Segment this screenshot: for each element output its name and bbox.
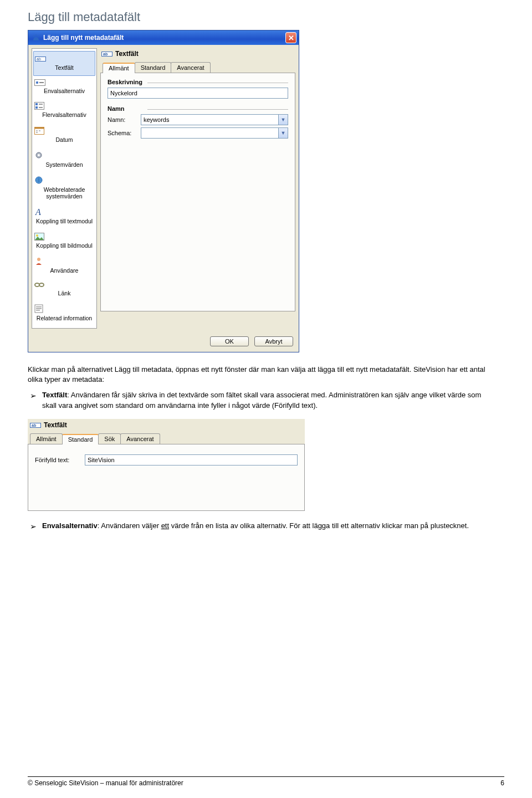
sidebar-item-relaterad-info[interactable]: Relaterad information [33, 301, 95, 326]
textfield-icon: ab [30, 421, 41, 429]
related-info-icon [34, 304, 94, 313]
sidebar-item-label: Koppling till bildmodul [36, 242, 93, 249]
sidebar-item-koppling-bild[interactable]: Koppling till bildmodul [33, 229, 95, 253]
bullet-envalsalternativ: Envalsalternativ: Användaren väljer ett … [30, 521, 490, 531]
user-icon [34, 257, 94, 265]
svg-text:ab: ab [32, 423, 36, 427]
dialog-title: Lägg till nytt metadatafält [43, 34, 285, 42]
svg-text:A: A [35, 207, 41, 216]
name-label: Namn: [108, 116, 136, 123]
svg-point-19 [38, 154, 40, 156]
sidebar-item-systemvarden[interactable]: Systemvärden [33, 147, 95, 172]
sidebar-item-label: Länk [58, 290, 71, 296]
bullet-textfalt: Textfält: Användaren får själv skriva in… [30, 390, 490, 411]
page-title: Lägg till metadatafält [28, 10, 504, 24]
globe-icon [34, 176, 94, 185]
gear-icon [34, 151, 94, 160]
picture-icon [34, 233, 94, 241]
svg-rect-15 [36, 130, 38, 131]
tab-standard[interactable]: Standard [135, 62, 172, 73]
sidebar-item-label: Användare [50, 267, 79, 274]
sidebar-item-label: Envalsalternativ [44, 88, 85, 94]
checkgrid-icon [34, 102, 94, 110]
group-label-namn: Namn [108, 105, 288, 112]
sidebar-item-flervalsalternativ[interactable]: Flervalsalternativ [33, 99, 95, 122]
sidebar-item-envalsalternativ[interactable]: Envalsalternativ [33, 76, 95, 99]
calendar-icon [34, 126, 94, 135]
sidebar-item-datum[interactable]: Datum [33, 122, 95, 147]
sidebar-item-koppling-text[interactable]: A Koppling till textmodul [33, 204, 95, 229]
panel-title: Textfält [115, 50, 139, 58]
tab-standard[interactable]: Standard [62, 434, 99, 444]
letter-a-icon: A [34, 207, 94, 216]
link-icon [34, 282, 94, 288]
sidebar-item-label: Relaterad information [37, 315, 92, 321]
ok-button[interactable]: OK [210, 336, 249, 346]
schema-dropdown-icon[interactable]: ▼ [278, 127, 288, 139]
svg-rect-11 [35, 106, 38, 109]
cancel-button[interactable]: Avbryt [254, 336, 293, 346]
sidebar-item-label: Datum [56, 136, 73, 143]
sidebar-item-anvandare[interactable]: Användare [33, 253, 95, 278]
field-type-sidebar: ab Textfält Envalsalternativ Flervalsalt… [32, 48, 97, 329]
prefilled-input[interactable] [85, 454, 298, 466]
textfield-icon: ab [101, 50, 112, 58]
radio-icon [34, 79, 94, 86]
svg-point-26 [39, 283, 44, 287]
svg-rect-7 [39, 82, 44, 83]
sidebar-item-textfalt[interactable]: ab Textfält [33, 51, 95, 76]
svg-point-25 [35, 283, 39, 287]
svg-text:ab: ab [103, 52, 108, 56]
close-icon[interactable]: ✕ [285, 32, 296, 43]
sidebar-item-lank[interactable]: Länk [33, 278, 95, 301]
sidebar-item-label: Systemvärden [45, 161, 83, 168]
footer-left: © Senselogic SiteVision – manual för adm… [28, 779, 183, 787]
svg-rect-14 [35, 127, 44, 129]
textfalt-standard-panel: ab Textfält Allmänt Standard Sök Avancer… [28, 419, 305, 511]
svg-point-24 [37, 258, 40, 261]
name-input[interactable] [141, 114, 278, 125]
page-footer: © Senselogic SiteVision – manual för adm… [28, 776, 504, 787]
intro-paragraph: Klickar man på alternativet Lägg till me… [28, 365, 488, 385]
svg-point-23 [36, 234, 38, 237]
svg-rect-12 [39, 107, 43, 108]
svg-point-0 [33, 35, 35, 37]
svg-text:ab: ab [37, 57, 41, 61]
svg-rect-29 [36, 308, 42, 309]
panel-header: ab Textfält [28, 419, 305, 433]
add-metadata-dialog: Lägg till nytt metadatafält ✕ ab Textfäl… [28, 30, 299, 352]
prefilled-label: Förifylld text: [35, 457, 80, 463]
tabstrip: Allmänt Standard Avancerat [100, 62, 295, 73]
tab-content-allmant: Beskrivning Namn Namn: ▼ [100, 73, 295, 311]
schema-label: Schema: [108, 130, 136, 136]
textfield-icon: ab [35, 55, 94, 63]
group-label-beskrivning: Beskrivning [108, 79, 288, 85]
footer-page-number: 6 [500, 779, 504, 787]
tab-allmant[interactable]: Allmänt [103, 63, 135, 73]
sidebar-item-label: Webbrelaterade systemvärden [44, 186, 85, 200]
svg-point-1 [35, 34, 37, 36]
svg-point-6 [36, 81, 38, 84]
main-panel: ab Textfält Allmänt Standard Avancerat B… [100, 48, 295, 329]
name-dropdown-icon[interactable]: ▼ [278, 114, 288, 125]
schema-input[interactable] [141, 127, 278, 139]
svg-rect-28 [36, 306, 42, 308]
tab-avancerat[interactable]: Avancerat [171, 62, 210, 73]
svg-rect-16 [39, 130, 40, 131]
svg-rect-30 [36, 310, 40, 311]
dialog-footer: OK Avbryt [28, 332, 299, 352]
svg-rect-10 [39, 104, 43, 105]
panel-title: Textfält [44, 421, 67, 429]
svg-rect-9 [35, 103, 38, 105]
tab-avancerat[interactable]: Avancerat [120, 433, 160, 444]
svg-point-2 [38, 35, 39, 37]
svg-rect-17 [36, 132, 38, 133]
description-input[interactable] [108, 88, 288, 99]
app-icon [32, 33, 40, 42]
tab-allmant[interactable]: Allmänt [30, 433, 63, 444]
sidebar-item-label: Textfält [55, 64, 73, 71]
sidebar-item-label: Flervalsalternativ [42, 111, 86, 118]
titlebar: Lägg till nytt metadatafält ✕ [28, 30, 299, 45]
tab-sok[interactable]: Sök [98, 433, 121, 444]
sidebar-item-webbrelaterade[interactable]: Webbrelaterade systemvärden [33, 172, 95, 204]
